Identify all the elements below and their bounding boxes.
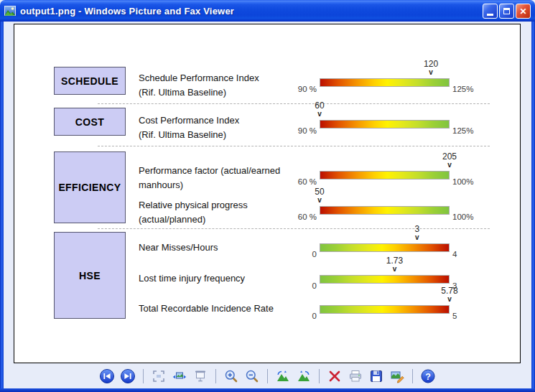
help-button[interactable]: ? bbox=[419, 367, 437, 386]
kpi-scale-max: 125% bbox=[452, 126, 473, 135]
viewer-toolbar: ? bbox=[4, 365, 531, 387]
app-window: output1.png - Windows Picture and Fax Vi… bbox=[0, 0, 535, 392]
kpi-marker-arrow: v bbox=[393, 266, 397, 273]
kpi-dashboard-image: SCHEDULE COST EFFICIENCY HSE Schedule Pe… bbox=[14, 24, 520, 363]
zoom-in-icon bbox=[223, 368, 239, 384]
copy-to-button[interactable] bbox=[367, 367, 386, 386]
best-fit-icon bbox=[151, 368, 167, 384]
kpi-scale-max: 3 bbox=[452, 281, 457, 290]
kpi-scale-min: 90 % bbox=[279, 126, 317, 135]
minimize-button[interactable] bbox=[483, 4, 498, 19]
minimize-icon bbox=[487, 14, 493, 16]
window-border-right bbox=[531, 22, 535, 392]
kpi-gradient-bar bbox=[320, 78, 450, 87]
kpi-marker-value: 1.73 bbox=[386, 256, 403, 266]
actual-size-icon bbox=[172, 368, 187, 384]
window-border-bottom bbox=[0, 388, 535, 392]
rotate-clockwise-icon bbox=[296, 368, 312, 384]
print-button[interactable] bbox=[346, 367, 365, 386]
next-image-button[interactable] bbox=[118, 367, 137, 386]
kpi-description: Near Misses/Hours bbox=[139, 241, 317, 255]
section-box-efficiency: EFFICIENCY bbox=[54, 151, 126, 223]
kpi-scale-min: 60 % bbox=[279, 177, 317, 186]
kpi-scale-min: 0 bbox=[279, 281, 317, 290]
picture-viewer-icon bbox=[4, 5, 16, 17]
maximize-icon bbox=[503, 8, 510, 14]
rotate-clockwise-button[interactable] bbox=[294, 367, 313, 386]
rotate-counterclockwise-button[interactable] bbox=[274, 367, 292, 386]
kpi-scale-max: 5 bbox=[452, 312, 457, 320]
start-slideshow-button[interactable] bbox=[191, 367, 210, 386]
toolbar-separator bbox=[215, 369, 216, 383]
next-image-icon bbox=[120, 368, 136, 384]
kpi-description: Schedule Performance Index (Rif. Ultima … bbox=[139, 71, 317, 99]
kpi-gradient-bar bbox=[320, 171, 450, 179]
rotate-counterclockwise-icon bbox=[275, 368, 291, 384]
window-border-left bbox=[0, 22, 4, 392]
kpi-gradient-bar bbox=[320, 305, 450, 314]
actual-size-button[interactable] bbox=[170, 367, 189, 386]
kpi-gradient-bar bbox=[320, 120, 450, 129]
window-controls: ✕ bbox=[483, 4, 531, 19]
kpi-description: Relative physical progress (actual/plann… bbox=[139, 198, 317, 226]
kpi-description: Performance factor (actual/earned manhou… bbox=[139, 164, 317, 192]
kpi-gradient-bar bbox=[320, 206, 450, 215]
kpi-scale-max: 125% bbox=[452, 85, 473, 93]
kpi-scale-min: 90 % bbox=[279, 85, 317, 93]
section-separator bbox=[98, 146, 490, 146]
kpi-marker-value: 5.78 bbox=[441, 286, 457, 296]
kpi-marker-value: 205 bbox=[442, 151, 457, 162]
edit-image-icon bbox=[389, 368, 405, 384]
kpi-marker-value: 50 bbox=[315, 187, 324, 197]
kpi-marker-value: 3 bbox=[414, 224, 419, 234]
image-viewport: SCHEDULE COST EFFICIENCY HSE Schedule Pe… bbox=[14, 24, 521, 363]
section-separator bbox=[98, 103, 490, 104]
section-separator bbox=[98, 228, 490, 229]
kpi-gradient-bar bbox=[320, 243, 450, 252]
toolbar-separator bbox=[412, 369, 413, 383]
kpi-scale-min: 60 % bbox=[279, 213, 317, 221]
zoom-out-icon bbox=[244, 368, 260, 384]
window-title: output1.png - Windows Picture and Fax Vi… bbox=[20, 6, 234, 17]
kpi-scale-max: 100% bbox=[452, 213, 473, 221]
section-box-cost: COST bbox=[54, 108, 126, 136]
kpi-description: Total Recordable Incidence Rate bbox=[139, 302, 317, 316]
svg-text:?: ? bbox=[425, 372, 431, 382]
kpi-scale-min: 0 bbox=[279, 250, 317, 258]
kpi-marker-value: 120 bbox=[424, 59, 438, 69]
help-icon: ? bbox=[420, 368, 436, 384]
section-box-hse: HSE bbox=[54, 232, 126, 319]
delete-icon bbox=[327, 368, 343, 384]
best-fit-button[interactable] bbox=[149, 367, 168, 386]
save-floppy-icon bbox=[368, 368, 384, 384]
delete-button[interactable] bbox=[325, 367, 344, 386]
zoom-in-button[interactable] bbox=[222, 367, 241, 386]
kpi-marker-arrow: v bbox=[317, 197, 322, 204]
toolbar-separator bbox=[143, 369, 144, 383]
section-box-schedule: SCHEDULE bbox=[54, 67, 126, 95]
toolbar-separator bbox=[319, 369, 320, 383]
kpi-scale-min: 0 bbox=[279, 312, 317, 320]
kpi-marker-arrow: v bbox=[415, 234, 419, 241]
previous-image-button[interactable] bbox=[98, 367, 116, 386]
title-bar[interactable]: output1.png - Windows Picture and Fax Vi… bbox=[0, 0, 535, 22]
kpi-gradient-bar bbox=[320, 275, 450, 284]
edit-button[interactable] bbox=[388, 367, 406, 386]
maximize-button[interactable] bbox=[499, 4, 514, 19]
slideshow-icon bbox=[192, 368, 208, 384]
zoom-out-button[interactable] bbox=[243, 367, 261, 386]
kpi-marker-arrow: v bbox=[447, 296, 452, 303]
kpi-marker-arrow: v bbox=[447, 162, 452, 169]
previous-image-icon bbox=[99, 368, 115, 384]
kpi-scale-max: 100% bbox=[452, 177, 473, 186]
kpi-marker-arrow: v bbox=[429, 69, 433, 76]
kpi-description: Lost time injury frequency bbox=[139, 271, 317, 286]
kpi-marker-value: 60 bbox=[315, 101, 324, 111]
close-button[interactable]: ✕ bbox=[516, 4, 531, 19]
kpi-marker-arrow: v bbox=[317, 111, 322, 118]
kpi-scale-max: 4 bbox=[452, 250, 457, 258]
close-icon: ✕ bbox=[519, 7, 526, 16]
toolbar-separator bbox=[267, 369, 268, 383]
kpi-description: Cost Performance Index (Rif. Ultima Base… bbox=[139, 113, 317, 141]
print-icon bbox=[348, 368, 363, 384]
